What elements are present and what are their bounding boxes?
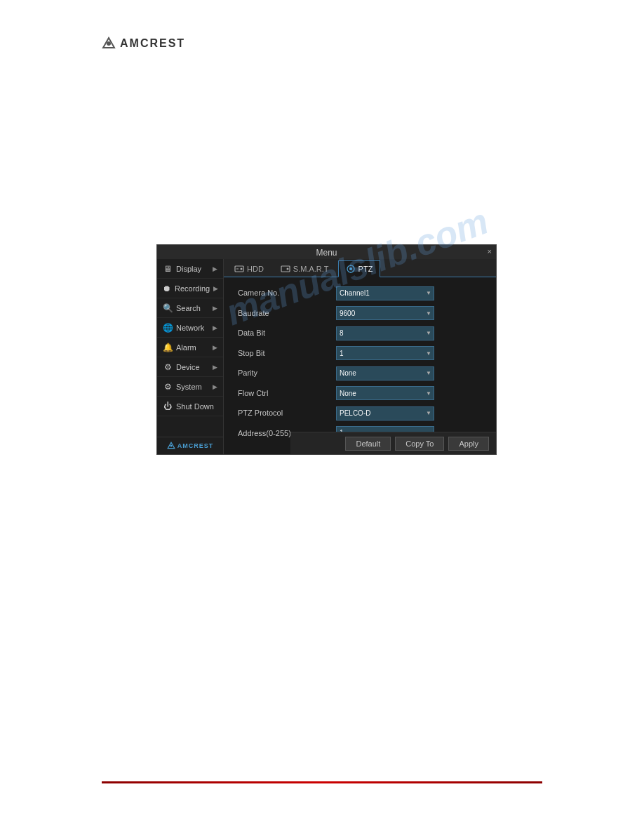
form-row-stop-bit: Stop Bit 1 2 [238,346,482,361]
form-row-ptz-protocol: PTZ Protocol PELCO-D PELCO-P [238,406,482,421]
sidebar-item-network[interactable]: 🌐 Network ▶ [157,318,223,338]
system-icon: ⚙ [163,382,173,392]
dialog-footer: Default Copy To Apply [290,432,496,454]
select-parity[interactable]: None Odd Even [336,366,434,380]
logo-area: AMCREST [102,37,185,51]
record-icon: ⏺ [163,284,171,293]
sidebar-item-search[interactable]: 🔍 Search ▶ [157,298,223,318]
label-baudrate: Baudrate [238,309,329,317]
label-camera-no: Camera No. [238,289,329,297]
monitor-icon: 🖥 [163,264,173,274]
select-baudrate[interactable]: 9600 4800 19200 [336,306,434,320]
sidebar-logo: AMCREST [157,437,223,454]
label-data-bit: Data Bit [238,329,329,337]
menu-dialog: Menu × 🖥 Display ▶ ⏺ Recording ▶ 🔍 Searc… [156,244,497,455]
sidebar-label-shutdown: Shut Down [176,402,214,411]
sidebar-item-alarm[interactable]: 🔔 Alarm ▶ [157,338,223,357]
logo-text: AMCREST [120,37,185,50]
tab-hdd[interactable]: HDD [227,260,271,277]
select-wrapper-parity[interactable]: None Odd Even [336,366,434,380]
sidebar-label-search: Search [176,304,201,312]
tab-ptz-label: PTZ [358,265,373,273]
select-data-bit[interactable]: 8 7 [336,326,434,340]
select-wrapper-baudrate[interactable]: 9600 4800 19200 [336,306,434,321]
select-wrapper-camera-no[interactable]: Channel1 Channel2 [336,286,434,300]
copy-to-button[interactable]: Copy To [395,437,444,451]
label-stop-bit: Stop Bit [238,349,329,357]
form-row-data-bit: Data Bit 8 7 [238,326,482,340]
select-flow-ctrl[interactable]: None RTS/CTS [336,386,434,400]
svg-point-5 [241,268,243,270]
form-row-parity: Parity None Odd Even [238,366,482,380]
select-wrapper-data-bit[interactable]: 8 7 [336,326,434,340]
dialog-title: Menu [316,248,337,258]
arrow-icon-recording: ▶ [213,285,218,292]
sidebar-item-display[interactable]: 🖥 Display ▶ [157,259,223,279]
label-ptz-protocol: PTZ Protocol [238,409,329,417]
sidebar-label-recording: Recording [175,284,210,293]
select-ptz-protocol[interactable]: PELCO-D PELCO-P [336,406,434,421]
tab-smart[interactable]: S.M.A.R.T [273,260,337,277]
sidebar-logo-text: AMCREST [177,442,214,449]
sidebar-label-system: System [176,383,202,391]
tab-ptz[interactable]: PTZ [338,260,381,277]
ptz-icon [346,264,356,274]
arrow-icon-alarm: ▶ [213,344,217,351]
svg-point-3 [170,445,172,447]
device-icon: ⚙ [163,362,173,372]
alarm-icon: 🔔 [163,343,173,352]
smart-icon [281,264,290,274]
svg-point-1 [107,41,111,46]
tabs-area: HDD S.M.A.R.T PTZ [224,259,496,454]
svg-point-10 [349,267,352,270]
tabs-bar: HDD S.M.A.R.T PTZ [224,259,496,277]
arrow-icon-search: ▶ [213,305,217,312]
sidebar-label-device: Device [176,363,200,371]
select-wrapper-stop-bit[interactable]: 1 2 [336,346,434,361]
tab-hdd-label: HDD [247,265,264,273]
select-wrapper-flow-ctrl[interactable]: None RTS/CTS [336,386,434,401]
amcrest-logo-icon [102,37,116,51]
default-button[interactable]: Default [345,437,391,451]
svg-point-8 [286,268,288,270]
arrow-icon-display: ▶ [213,265,217,272]
bottom-decorative-line [102,781,542,783]
sidebar-item-system[interactable]: ⚙ System ▶ [157,377,223,397]
search-icon: 🔍 [163,303,173,313]
ptz-form-content: Camera No. Channel1 Channel2 Baudrate 96… [224,277,496,454]
form-row-flow-ctrl: Flow Ctrl None RTS/CTS [238,386,482,401]
hdd-icon [234,264,244,274]
sidebar-label-network: Network [176,324,204,332]
form-row-baudrate: Baudrate 9600 4800 19200 [238,306,482,321]
form-row-camera-no: Camera No. Channel1 Channel2 [238,286,482,300]
label-flow-ctrl: Flow Ctrl [238,389,329,397]
sidebar-item-shutdown[interactable]: ⏻ Shut Down [157,397,223,416]
arrow-icon-network: ▶ [213,324,217,331]
tab-smart-label: S.M.A.R.T [293,265,329,273]
label-parity: Parity [238,369,329,377]
arrow-icon-device: ▶ [213,364,217,371]
sidebar-item-device[interactable]: ⚙ Device ▶ [157,357,223,377]
sidebar-label-alarm: Alarm [176,343,196,352]
select-wrapper-ptz-protocol[interactable]: PELCO-D PELCO-P [336,406,434,421]
dialog-close-button[interactable]: × [488,247,492,256]
sidebar-logo-icon [167,442,175,450]
sidebar: 🖥 Display ▶ ⏺ Recording ▶ 🔍 Search ▶ 🌐 N… [157,259,224,454]
network-icon: 🌐 [163,323,173,333]
sidebar-item-recording[interactable]: ⏺ Recording ▶ [157,279,223,298]
sidebar-label-display: Display [176,265,201,273]
power-icon: ⏻ [163,402,173,411]
arrow-icon-system: ▶ [213,383,217,390]
apply-button[interactable]: Apply [448,437,489,451]
select-stop-bit[interactable]: 1 2 [336,346,434,360]
select-camera-no[interactable]: Channel1 Channel2 [336,286,434,300]
